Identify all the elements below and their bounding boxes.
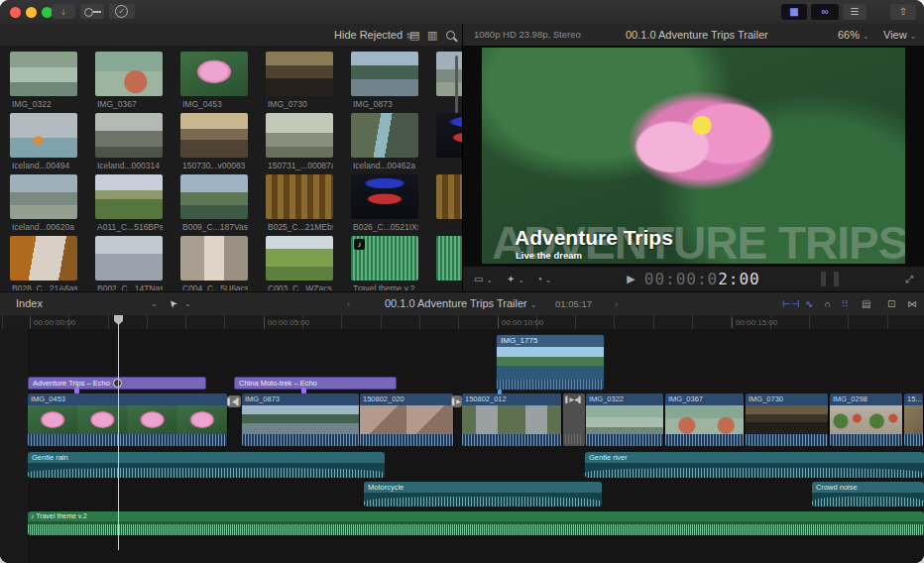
browser-clip[interactable]: IMG_0367: [95, 52, 163, 109]
browser-clip[interactable]: B009_C...187Vas: [180, 174, 248, 232]
browser-clip[interactable]: C004_C...5U6acs: [180, 236, 248, 290]
grid-view-button[interactable]: ▦: [781, 4, 807, 20]
video-clip-partial[interactable]: 15...: [904, 394, 924, 446]
trim-icon[interactable]: ⊢⊣: [782, 292, 799, 315]
gap-clip[interactable]: ▌▶◀▌: [563, 394, 585, 446]
viewer-zoom-dropdown[interactable]: 66% ⌄: [838, 24, 869, 48]
browser-clip[interactable]: IMG_0453: [180, 52, 248, 109]
browser-clip[interactable]: IMG_0730: [266, 52, 333, 109]
close-window-button[interactable]: [10, 7, 21, 18]
browser-clip[interactable]: Iceland...000314: [95, 113, 163, 170]
music-clip-travel-theme[interactable]: ♪ Travel theme v.2: [28, 511, 924, 535]
audio-meter-left[interactable]: [821, 272, 826, 286]
background-tasks-button[interactable]: ✓: [109, 4, 135, 19]
clip-name: Crowd noise: [812, 482, 924, 493]
clip-thumbnail: [10, 236, 77, 281]
clip-waveform: [28, 468, 385, 479]
titlebar: ↓ ✓ ▦ ∞ ☰ ⇧: [0, 0, 924, 25]
browser-clip[interactable]: B025_C...21MEbs: [266, 174, 333, 232]
browser-scrollbar[interactable]: [455, 56, 458, 113]
sliders-icon: ☰: [851, 6, 860, 17]
key-icon: [84, 8, 93, 17]
browser-clip[interactable]: IMG_0873: [351, 52, 418, 109]
clip-thumbnail: [180, 113, 248, 158]
clip-name: 150802_020: [360, 394, 453, 405]
next-project-icon[interactable]: ›: [615, 292, 618, 315]
clip-appearance-timeline-icon[interactable]: ▤: [862, 292, 870, 315]
blue-marker-icon[interactable]: [498, 390, 502, 394]
keyword-editor-button[interactable]: [80, 4, 104, 19]
fullscreen-icon[interactable]: ⤢: [905, 267, 913, 291]
goggles-button[interactable]: ∞: [811, 4, 839, 20]
adjustments-button[interactable]: ☰: [843, 4, 866, 20]
browser-clip-partial[interactable]: [436, 236, 462, 281]
audio-clip-gentle-rain[interactable]: Gentle rain: [28, 452, 385, 478]
filmstrip-list-view-button[interactable]: ▥: [427, 24, 437, 46]
clip-name: 150802_012: [462, 394, 561, 405]
audio-clip-motorcycle[interactable]: Motorcycle: [364, 482, 602, 507]
video-clip-150802-012[interactable]: 150802_012: [462, 394, 562, 446]
tools-dropdown-chevron-icon[interactable]: ⌄: [184, 292, 191, 315]
browser-clip-partial[interactable]: [436, 174, 462, 219]
browser-clip[interactable]: A011_C...516BPs: [95, 174, 163, 232]
search-button[interactable]: [446, 31, 455, 40]
import-media-button[interactable]: ↓: [52, 4, 75, 19]
share-button[interactable]: ⇧: [890, 4, 916, 20]
clip-thumbnail: [351, 52, 418, 96]
connected-clip-img-1775[interactable]: IMG_1775: [496, 334, 605, 391]
browser-clip[interactable]: B026_C...0521IXs: [351, 174, 418, 232]
video-clip-150802-020[interactable]: 150802_020: [360, 394, 454, 446]
playhead[interactable]: [118, 315, 119, 550]
previous-project-icon[interactable]: ‹: [347, 292, 350, 315]
browser-clip[interactable]: Iceland...00462a: [351, 113, 418, 170]
clip-appearance-button[interactable]: ▤: [409, 24, 419, 46]
video-clip-img-0730[interactable]: IMG_0730: [746, 394, 829, 446]
clip-label: A011_C...516BPs: [95, 222, 163, 232]
video-clip-img-0322[interactable]: IMG_0322: [586, 394, 664, 446]
pointer-tool-icon[interactable]: ➤: [162, 293, 184, 314]
browser-clip[interactable]: 150730...v00083: [180, 113, 248, 170]
headphones-icon[interactable]: ∩: [824, 292, 831, 315]
title-clip-china-moto-trek[interactable]: China Moto-trek – Echo: [234, 377, 397, 390]
video-canvas[interactable]: ADVENTURE TRIPS Adventure Trips Live the…: [482, 48, 905, 264]
play-button[interactable]: ▶: [627, 267, 635, 291]
browser-clip[interactable]: B002_C...14TNas: [95, 236, 163, 290]
timeline-project-dropdown[interactable]: 00.1.0 Adventure Trips Trailer ⌄: [385, 292, 536, 316]
browser-clip[interactable]: 150731_...00087a: [266, 113, 333, 170]
transition-icon[interactable]: ▌◀▌: [227, 395, 241, 407]
audio-clip-crowd-noise[interactable]: Crowd noise: [812, 482, 924, 507]
browser-clip[interactable]: Iceland...00494: [10, 113, 77, 170]
clip-label: Travel theme v.2: [351, 283, 418, 290]
index-button[interactable]: Index: [16, 292, 43, 315]
video-clip-img-0298[interactable]: IMG_0298: [830, 394, 903, 446]
purple-marker-icon[interactable]: [301, 388, 306, 394]
browser-clip-partial[interactable]: [436, 52, 462, 96]
browser-clip-partial[interactable]: [436, 113, 462, 158]
clip-label: IMG_0322: [10, 99, 77, 109]
audio-meter-right[interactable]: [834, 272, 839, 286]
audio-skimming-icon[interactable]: ∿: [805, 292, 813, 315]
browser-clip[interactable]: C003_C...WZacs: [266, 236, 333, 290]
browser-clip[interactable]: ♪Travel theme v.2: [351, 236, 418, 290]
video-clip-img-0367[interactable]: IMG_0367: [665, 394, 745, 446]
clip-label: Iceland...00494: [10, 161, 77, 170]
video-clip-img-0453[interactable]: IMG_0453: [28, 394, 228, 446]
clip-name: IMG_0873: [242, 394, 359, 405]
purple-marker-icon[interactable]: [74, 388, 79, 394]
effects-browser-icon[interactable]: ⊡: [887, 292, 895, 315]
timeline-ruler[interactable]: 00:00:00:00 00:00:05:00 00:00:10:00 00:0…: [0, 315, 924, 330]
edit-options-chevron-icon[interactable]: ⌄: [151, 292, 158, 315]
audio-clip-gentle-river[interactable]: Gentle river: [585, 452, 924, 478]
clip-label: Iceland...000314: [95, 161, 163, 170]
hide-rejected-dropdown[interactable]: Hide Rejected ⇅: [334, 24, 412, 48]
view-dropdown[interactable]: View ⌄: [883, 24, 916, 48]
snapping-icon[interactable]: ⁝⁝: [842, 292, 848, 315]
transition-icon[interactable]: ▌▶: [451, 395, 462, 407]
browser-clip[interactable]: B028_C...21A6as: [10, 236, 77, 290]
minimize-window-button[interactable]: [26, 7, 37, 18]
browser-clip[interactable]: IMG_0322: [10, 52, 77, 109]
transitions-browser-icon[interactable]: ⋈: [907, 292, 917, 315]
clip-name: IMG_0730: [746, 394, 828, 405]
video-clip-img-0873[interactable]: IMG_0873: [242, 394, 360, 446]
browser-clip[interactable]: Iceland...00620a: [10, 174, 77, 232]
